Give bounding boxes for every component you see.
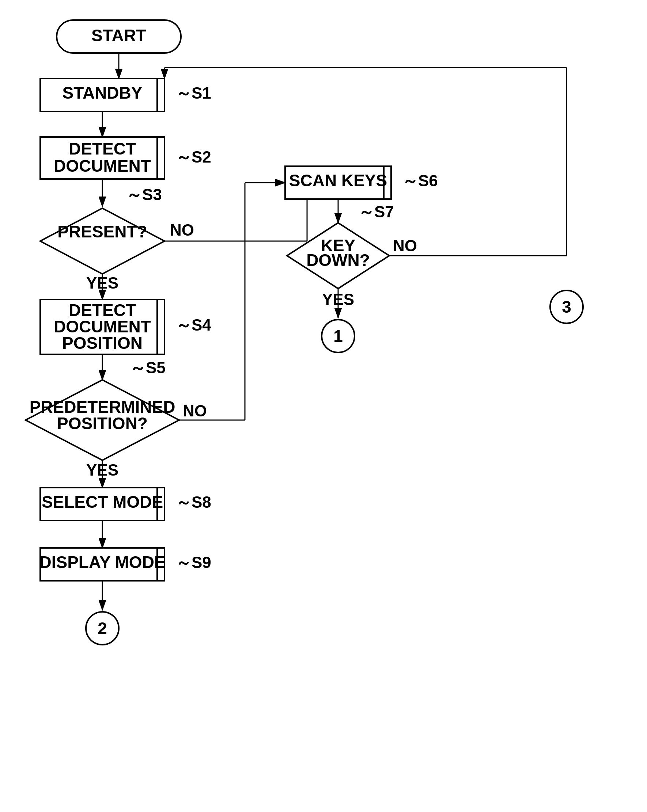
s6-step: ～S6 <box>402 172 438 189</box>
s1-step: ～S1 <box>176 84 211 102</box>
s5-no-label: NO <box>183 402 207 420</box>
s5-step: ～S5 <box>130 359 165 377</box>
s8-label: SELECT MODE <box>42 492 163 511</box>
c3-label: 3 <box>562 297 571 316</box>
s3-step: ～S3 <box>126 186 162 203</box>
s8-step: ～S8 <box>176 493 211 511</box>
s1-label: STANDBY <box>63 83 142 102</box>
s9-label: DISPLAY MODE <box>39 553 165 572</box>
s7-step: ～S7 <box>358 203 394 221</box>
s3-no-label: NO <box>170 221 194 239</box>
s6-label: SCAN KEYS <box>289 171 387 190</box>
svg-marker-12 <box>40 208 165 274</box>
s2-label-1: DETECT <box>69 139 136 158</box>
s3-label: PRESENT? <box>57 222 147 241</box>
s7-no-label: NO <box>393 237 417 255</box>
s5-label-2: POSITION? <box>57 414 148 433</box>
s2-step: ～S2 <box>176 148 211 166</box>
flowchart-diagram: START STANDBY ～S1 DETECT DOCUMENT ～S2 PR… <box>0 0 647 812</box>
c2-label: 2 <box>98 619 107 638</box>
s9-step: ～S9 <box>176 553 211 571</box>
c1-label: 1 <box>333 327 343 345</box>
s2-label-2: DOCUMENT <box>54 156 151 176</box>
s4-step: ～S4 <box>176 316 211 334</box>
s4-label-3: POSITION <box>62 333 142 353</box>
s7-label-2: DOWN? <box>306 250 370 270</box>
start-label: START <box>92 26 146 45</box>
